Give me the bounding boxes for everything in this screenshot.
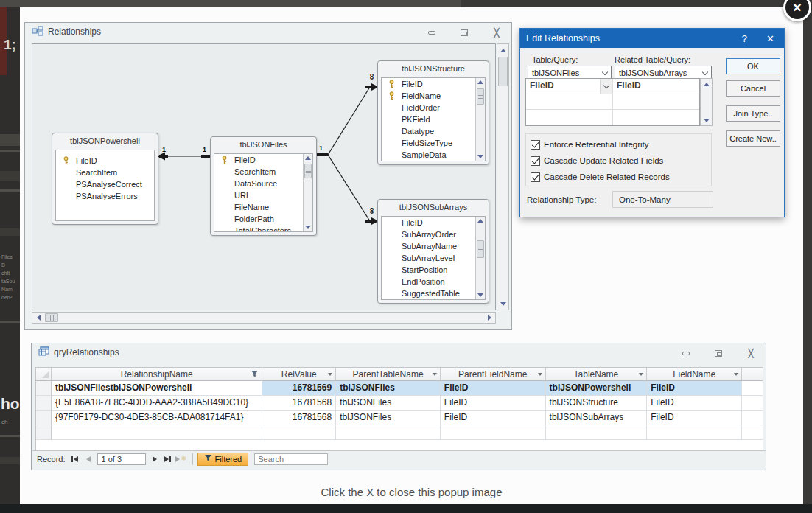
new-record-button[interactable]: ✱ bbox=[175, 453, 188, 465]
cell-relvalue[interactable]: 16781568 bbox=[262, 396, 336, 411]
checkbox-checked-icon[interactable] bbox=[531, 140, 540, 150]
join-type-button[interactable]: Join Type.. bbox=[726, 105, 780, 122]
close-icon[interactable]: ✕ bbox=[766, 33, 774, 44]
cell-empty[interactable] bbox=[336, 425, 441, 440]
cell-parentfieldname[interactable]: FileID bbox=[441, 411, 546, 425]
chevron-down-icon[interactable] bbox=[734, 373, 738, 376]
grid-cell-right[interactable] bbox=[613, 110, 699, 125]
scroll-down-icon[interactable] bbox=[476, 291, 485, 299]
table-scrollbar[interactable] bbox=[475, 78, 485, 161]
grid-cell-left[interactable]: FileID bbox=[526, 79, 613, 94]
column-header-parenttablename[interactable]: ParentTableName bbox=[336, 368, 441, 381]
cell-parentfieldname[interactable]: FileID bbox=[441, 381, 546, 396]
table-tbljsonfiles[interactable]: tblJSONFiles FileID SearchItem DataSourc… bbox=[210, 136, 317, 236]
row-selector[interactable] bbox=[36, 396, 52, 411]
cell-tablename[interactable]: tblJSONStructure bbox=[546, 396, 648, 411]
chevron-down-icon[interactable] bbox=[600, 79, 612, 94]
table-title[interactable]: tblJSONStructure bbox=[378, 61, 489, 76]
cell-empty[interactable] bbox=[546, 425, 648, 440]
next-record-button[interactable] bbox=[148, 453, 161, 465]
table-title[interactable]: tblJSONFiles bbox=[211, 137, 316, 152]
column-header-parentfieldname[interactable]: ParentFieldName bbox=[441, 368, 546, 381]
grid-cell-right[interactable]: FileID bbox=[613, 79, 699, 94]
ok-button[interactable]: OK bbox=[726, 58, 780, 74]
join-fields-grid[interactable]: FileID FileID bbox=[525, 78, 700, 126]
cell-tablename[interactable]: tblJSONPowershell bbox=[546, 381, 648, 396]
query-window-titlebar[interactable]: qryRelationships ╳ bbox=[32, 343, 766, 361]
scroll-left-icon[interactable] bbox=[32, 313, 44, 323]
table-tbljsonpowershell[interactable]: tblJSONPowershell FileID SearchItem PSAn… bbox=[52, 133, 158, 225]
scrollbar-thumb[interactable] bbox=[477, 88, 484, 105]
table-scrollbar[interactable] bbox=[303, 154, 312, 231]
close-icon[interactable]: ╳ bbox=[491, 28, 503, 37]
grid-cell-right[interactable] bbox=[613, 94, 699, 109]
cell-fieldname[interactable]: FileID bbox=[647, 396, 742, 411]
scroll-down-icon[interactable] bbox=[304, 223, 312, 231]
column-header-relvalue[interactable]: RelValue bbox=[262, 368, 336, 381]
cell-empty[interactable] bbox=[441, 425, 546, 440]
scrollbar-thumb[interactable] bbox=[498, 57, 508, 86]
scrollbar-thumb[interactable] bbox=[477, 240, 484, 258]
restore-icon[interactable] bbox=[713, 349, 724, 357]
cell-tablename[interactable]: tblJSONSubArrays bbox=[546, 411, 648, 425]
chevron-down-icon[interactable] bbox=[538, 373, 542, 376]
cell-relationshipname[interactable]: {97F0F179-DC30-4DE3-85CB-ADA081714FA1} bbox=[52, 411, 262, 425]
create-new-button[interactable]: Create New.. bbox=[726, 130, 780, 147]
scroll-down-icon[interactable] bbox=[476, 153, 485, 161]
column-header-fieldname[interactable]: FieldName bbox=[647, 368, 742, 381]
table-row[interactable]: tblJSONFilestblJSONPowershell 16781569 t… bbox=[36, 381, 763, 396]
cancel-button[interactable]: Cancel bbox=[726, 80, 780, 97]
enforce-referential-integrity-checkbox[interactable]: Enforce Referential Integrity bbox=[526, 136, 711, 153]
close-icon[interactable]: ╳ bbox=[745, 349, 757, 357]
relationships-window-titlebar[interactable]: Relationships ╳ bbox=[25, 23, 511, 41]
grid-scrollbar[interactable] bbox=[700, 78, 713, 126]
table-title[interactable]: tblJSONPowershell bbox=[52, 133, 158, 148]
previous-record-button[interactable] bbox=[82, 453, 95, 465]
scrollbar-thumb[interactable] bbox=[45, 313, 58, 322]
scroll-up-icon[interactable] bbox=[476, 78, 485, 86]
cell-empty[interactable] bbox=[647, 425, 742, 440]
cascade-delete-checkbox[interactable]: Cascade Delete Related Records bbox=[526, 169, 711, 185]
cell-parenttablename[interactable]: tblJSONFiles bbox=[336, 396, 441, 411]
last-record-button[interactable] bbox=[161, 453, 175, 465]
vertical-scrollbar[interactable] bbox=[497, 43, 509, 310]
row-selector[interactable] bbox=[36, 411, 52, 425]
cell-empty[interactable] bbox=[52, 425, 262, 440]
select-all-corner[interactable] bbox=[36, 368, 52, 381]
column-header-relationshipname[interactable]: RelationshipName bbox=[52, 368, 262, 381]
filtered-toggle-button[interactable]: Filtered bbox=[197, 453, 249, 466]
scroll-down-icon[interactable] bbox=[497, 298, 508, 310]
checkbox-checked-icon[interactable] bbox=[531, 172, 540, 182]
minimize-icon[interactable] bbox=[680, 349, 692, 357]
record-position-box[interactable]: 1 of 3 bbox=[97, 453, 146, 465]
minimize-icon[interactable] bbox=[426, 28, 438, 37]
scroll-up-icon[interactable] bbox=[476, 217, 485, 225]
search-input[interactable] bbox=[254, 453, 328, 465]
cell-relvalue[interactable]: 16781569 bbox=[262, 381, 336, 396]
row-selector[interactable] bbox=[36, 425, 52, 440]
column-header-tablename[interactable]: TableName bbox=[546, 368, 648, 381]
scroll-up-icon[interactable] bbox=[701, 79, 712, 89]
grid-cell-left[interactable] bbox=[526, 110, 613, 125]
help-icon[interactable]: ? bbox=[742, 33, 747, 44]
scrollbar-thumb[interactable] bbox=[304, 164, 312, 178]
checkbox-checked-icon[interactable] bbox=[531, 156, 540, 166]
horizontal-scrollbar[interactable] bbox=[32, 312, 496, 324]
scroll-up-icon[interactable] bbox=[497, 44, 508, 56]
cell-parentfieldname[interactable]: FileID bbox=[441, 396, 546, 411]
cell-parenttablename[interactable]: tblJSONFiles bbox=[336, 381, 441, 396]
table-tbljsonstructure[interactable]: tblJSONStructure FileID FieldName FieldO… bbox=[377, 60, 489, 165]
row-selector[interactable] bbox=[36, 381, 52, 396]
chevron-down-icon[interactable] bbox=[433, 373, 437, 376]
filter-funnel-icon[interactable] bbox=[251, 370, 259, 380]
new-record-row[interactable] bbox=[36, 425, 763, 440]
table-tbljsonsubarrays[interactable]: tblJSONSubArrays FileID SubArrayOrder Su… bbox=[377, 199, 489, 304]
cell-relvalue[interactable]: 16781568 bbox=[262, 411, 336, 425]
grid-cell-left[interactable] bbox=[526, 94, 613, 109]
cell-parenttablename[interactable]: tblJSONFiles bbox=[336, 411, 441, 425]
table-row[interactable]: {E5E86A18-7F8C-4DDD-AAA2-3B8A5B49DC10} 1… bbox=[36, 396, 763, 411]
cell-fieldname[interactable]: FileID bbox=[647, 411, 742, 425]
table-title[interactable]: tblJSONSubArrays bbox=[378, 200, 489, 214]
dialog-titlebar[interactable]: Edit Relationships ? ✕ bbox=[520, 29, 784, 48]
chevron-down-icon[interactable] bbox=[328, 373, 332, 376]
